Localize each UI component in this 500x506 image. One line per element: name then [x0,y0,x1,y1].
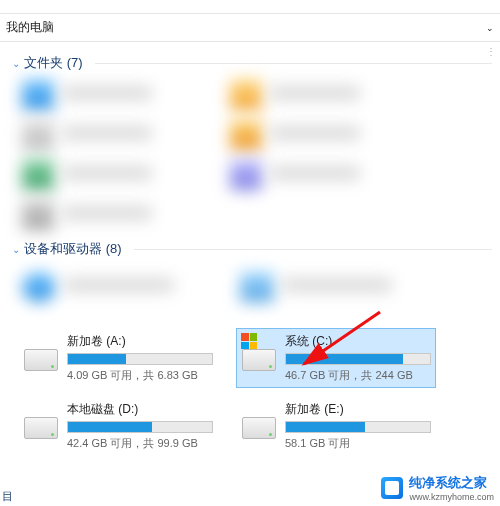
usage-bar-fill [286,422,365,432]
drive-info: 46.7 GB 可用，共 244 GB [285,368,431,383]
drive-label [64,278,174,292]
drive-name: 本地磁盘 (D:) [67,401,213,418]
folder-label [62,166,152,180]
drive-name: 新加卷 (A:) [67,333,213,350]
drive-icon [241,401,277,441]
overflow-icon: ⋮ [486,46,496,57]
address-bar[interactable]: 我的电脑 ⌄ [0,14,500,42]
collapse-icon[interactable]: ⌄ [12,58,20,69]
usage-bar [67,421,213,433]
drive-icon [22,272,56,302]
folder-label [270,86,360,100]
location-text: 我的电脑 [6,19,54,36]
divider [95,63,492,64]
usage-bar-fill [68,422,152,432]
hdd-icon [242,349,276,371]
corner-label: 目 [2,489,13,504]
group-title: 设备和驱动器 (8) [24,240,122,258]
drive-icon [23,333,59,373]
drive-item[interactable]: 系统 (C:)46.7 GB 可用，共 244 GB [236,328,436,388]
drive-info: 42.4 GB 可用，共 99.9 GB [67,436,213,451]
drive-icon [23,401,59,441]
hdd-icon [24,349,58,371]
watermark-url: www.kzmyhome.com [409,492,494,502]
drive-label [282,278,392,292]
folder-icon [22,160,54,190]
drive-icon [241,333,277,373]
drives-grid: 新加卷 (A:)4.09 GB 可用，共 6.83 GB系统 (C:)46.7 … [4,328,500,464]
drive-name: 新加卷 (E:) [285,401,431,418]
group-header-folders[interactable]: ⌄ 文件夹 (7) [4,48,500,80]
folder-label [270,166,360,180]
drives-blurred-row [18,266,492,328]
drive-name: 系统 (C:) [285,333,431,350]
collapse-icon[interactable]: ⌄ [12,244,20,255]
drive-item[interactable]: 本地磁盘 (D:)42.4 GB 可用，共 99.9 GB [18,396,218,456]
content-pane: ⌄ 文件夹 (7) ⌄ 设备和驱动器 (8) [0,42,500,482]
folder-icon [22,120,54,150]
watermark-text: 纯净系统之家 [409,474,494,492]
window-menu-bar [0,0,500,14]
usage-bar [285,421,431,433]
drive-info: 4.09 GB 可用，共 6.83 GB [67,368,213,383]
hdd-icon [24,417,58,439]
folder-icon [22,80,54,110]
folder-label [62,86,152,100]
drive-item[interactable]: 新加卷 (E:)58.1 GB 可用 [236,396,436,456]
watermark-icon [381,477,403,499]
group-header-drives[interactable]: ⌄ 设备和驱动器 (8) [4,234,500,266]
folder-icon [230,120,262,150]
folder-icon [230,80,262,110]
usage-bar-fill [286,354,403,364]
drive-icon [240,272,274,302]
usage-bar-fill [68,354,126,364]
usage-bar [67,353,213,365]
drive-item[interactable]: 新加卷 (A:)4.09 GB 可用，共 6.83 GB [18,328,218,388]
folders-grid [18,80,492,230]
chevron-down-icon[interactable]: ⌄ [486,23,494,33]
drive-info: 58.1 GB 可用 [285,436,431,451]
group-title: 文件夹 (7) [24,54,83,72]
divider [134,249,492,250]
folder-icon [230,160,262,190]
windows-logo-icon [241,333,257,349]
drive-body: 本地磁盘 (D:)42.4 GB 可用，共 99.9 GB [67,401,213,451]
folder-label [62,126,152,140]
drive-body: 系统 (C:)46.7 GB 可用，共 244 GB [285,333,431,383]
usage-bar [285,353,431,365]
drive-body: 新加卷 (A:)4.09 GB 可用，共 6.83 GB [67,333,213,383]
drive-body: 新加卷 (E:)58.1 GB 可用 [285,401,431,451]
watermark: 纯净系统之家 www.kzmyhome.com [381,474,494,502]
folder-icon [22,200,54,230]
folder-label [270,126,360,140]
folder-label [62,206,152,220]
hdd-icon [242,417,276,439]
